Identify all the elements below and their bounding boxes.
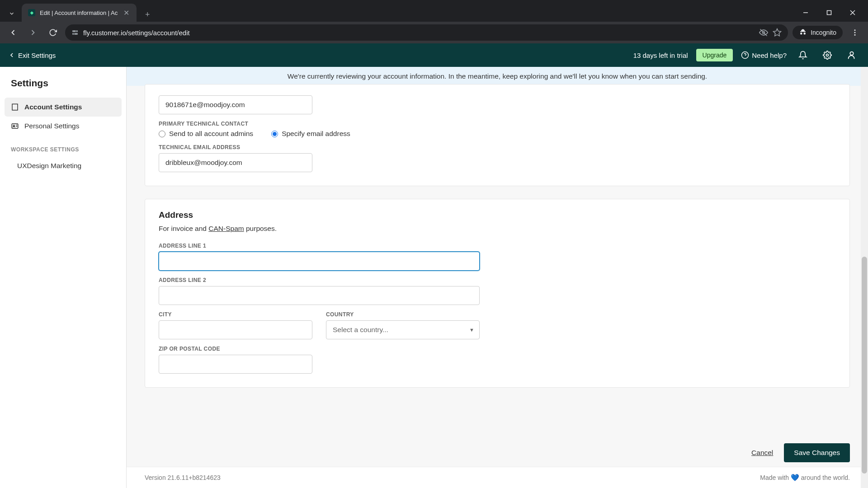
help-icon (741, 51, 749, 59)
svg-rect-18 (12, 104, 18, 110)
nav-forward-icon[interactable] (25, 25, 41, 40)
svg-point-29 (13, 125, 14, 127)
country-select[interactable]: Select a country... (326, 320, 480, 339)
svg-marker-10 (774, 29, 781, 36)
tab-close-icon[interactable]: ✕ (122, 9, 130, 17)
app-footer: Version 21.6.11+b8214623 Made with 💙 aro… (127, 467, 868, 488)
addr1-label: ADDRESS LINE 1 (159, 243, 836, 249)
exit-settings-link[interactable]: Exit Settings (8, 52, 56, 59)
radio-specify-input[interactable] (271, 131, 278, 137)
svg-point-7 (75, 33, 77, 35)
tech-email-label: TECHNICAL EMAIL ADDRESS (159, 144, 836, 150)
zip-label: ZIP OR POSTAL CODE (159, 346, 836, 352)
chevron-left-icon (8, 52, 15, 59)
address-line-1-field[interactable] (159, 252, 480, 271)
url-text: fly.customer.io/settings/account/edit (83, 29, 190, 37)
version-text: Version 21.6.11+b8214623 (145, 474, 221, 481)
nav-back-icon[interactable] (5, 25, 21, 40)
tab-title: Edit | Account information | Ac (40, 9, 118, 16)
form-action-bar: Cancel Save Changes (127, 434, 868, 467)
notifications-icon[interactable] (795, 47, 811, 63)
sidebar-item-account-settings[interactable]: Account Settings (5, 98, 122, 117)
made-with-text: Made with 💙 around the world. (760, 474, 850, 482)
sidebar-group-workspace: WORKSPACE SETTINGS (5, 136, 122, 157)
svg-point-17 (850, 52, 853, 55)
browser-toolbar: fly.customer.io/settings/account/edit In… (0, 22, 868, 43)
browser-menu-icon[interactable] (847, 25, 863, 40)
can-spam-link[interactable]: CAN-Spam (208, 225, 244, 232)
nav-reload-icon[interactable] (45, 25, 61, 40)
city-label: CITY (159, 311, 312, 318)
svg-point-12 (854, 32, 856, 33)
window-minimize-icon[interactable] (794, 4, 817, 22)
sidebar-item-workspace[interactable]: UXDesign Marketing (5, 157, 122, 174)
browser-tab-active[interactable]: ◆ Edit | Account information | Ac ✕ (22, 4, 137, 22)
url-bar[interactable]: fly.customer.io/settings/account/edit (65, 24, 788, 41)
scrollbar-track[interactable] (861, 67, 868, 488)
incognito-label: Incognito (811, 29, 836, 36)
save-button[interactable]: Save Changes (784, 443, 850, 462)
svg-point-11 (854, 29, 856, 31)
browser-tabs: ◆ Edit | Account information | Ac ✕ + (0, 0, 868, 22)
exit-settings-label: Exit Settings (18, 52, 56, 59)
id-card-icon (11, 122, 19, 130)
main-content: We're currently reviewing your account i… (127, 67, 868, 488)
need-help-label: Need help? (752, 52, 787, 59)
heart-icon: 💙 (791, 474, 799, 481)
site-settings-icon[interactable] (71, 29, 79, 36)
svg-point-13 (854, 34, 856, 36)
incognito-icon (799, 28, 807, 37)
profile-avatar-icon[interactable] (844, 47, 860, 63)
sidebar-item-personal-settings[interactable]: Personal Settings (5, 117, 122, 136)
need-help-link[interactable]: Need help? (741, 51, 787, 59)
incognito-chip[interactable]: Incognito (793, 26, 843, 39)
app-header: Exit Settings 13 days left in trial Upgr… (0, 43, 868, 67)
address-section-title: Address (159, 210, 836, 220)
tech-email-field[interactable] (159, 153, 312, 172)
zip-field[interactable] (159, 355, 312, 374)
eye-off-icon[interactable] (759, 28, 768, 37)
window-close-icon[interactable] (841, 4, 864, 22)
svg-rect-1 (827, 11, 831, 15)
city-field[interactable] (159, 320, 312, 339)
svg-point-6 (74, 31, 75, 32)
settings-gear-icon[interactable] (819, 47, 835, 63)
addr2-label: ADDRESS LINE 2 (159, 277, 836, 283)
sidebar-title: Settings (5, 78, 122, 98)
review-banner: We're currently reviewing your account i… (127, 67, 868, 86)
radio-all-admins-label: Send to all account admins (169, 130, 253, 138)
scrollbar-thumb[interactable] (862, 257, 867, 474)
upgrade-button[interactable]: Upgrade (696, 49, 733, 61)
sidebar-item-label: Personal Settings (24, 122, 80, 130)
bookmark-star-icon[interactable] (773, 28, 782, 37)
address-line-2-field[interactable] (159, 286, 480, 305)
building-icon (11, 103, 19, 111)
new-tab-button[interactable]: + (140, 7, 155, 22)
svg-point-16 (826, 54, 829, 56)
address-section-desc: For invoice and CAN-Spam purposes. (159, 225, 836, 233)
settings-sidebar: Settings Account Settings Personal Setti… (0, 67, 127, 488)
radio-all-admins-input[interactable] (159, 131, 165, 137)
radio-specify-label: Specify email address (282, 130, 350, 138)
radio-specify-email[interactable]: Specify email address (271, 130, 350, 138)
tab-favicon-icon: ◆ (28, 9, 35, 16)
window-maximize-icon[interactable] (817, 4, 841, 22)
tab-search-dropdown[interactable] (4, 5, 20, 22)
radio-all-admins[interactable]: Send to all account admins (159, 130, 253, 138)
sidebar-item-label: Account Settings (24, 103, 82, 111)
country-label: COUNTRY (326, 311, 480, 318)
tech-contact-label: PRIMARY TECHNICAL CONTACT (159, 121, 836, 127)
trial-days-text: 13 days left in trial (633, 52, 688, 59)
billing-email-field[interactable] (159, 95, 312, 114)
cancel-button[interactable]: Cancel (751, 449, 773, 457)
